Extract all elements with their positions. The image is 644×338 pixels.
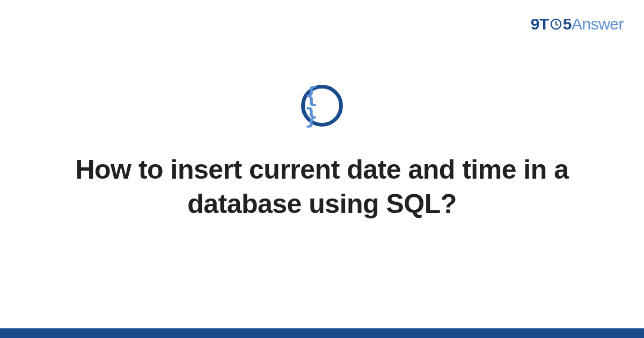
footer-accent-bar (0, 328, 644, 338)
main-content: { } How to insert current date and time … (0, 0, 644, 338)
question-title: How to insert current date and time in a… (75, 152, 569, 221)
category-badge: { } (301, 85, 343, 127)
code-braces-icon: { } (305, 84, 339, 127)
